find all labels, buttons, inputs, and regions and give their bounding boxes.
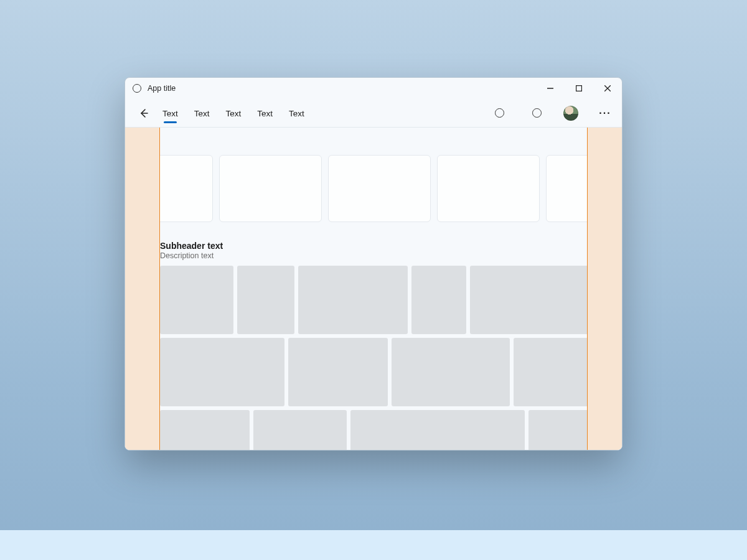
grid-row bbox=[160, 266, 587, 334]
carousel-card[interactable] bbox=[219, 155, 322, 222]
app-icon bbox=[133, 84, 141, 93]
tab-2[interactable]: Text bbox=[194, 101, 210, 124]
design-guide-right bbox=[587, 128, 622, 450]
carousel-card[interactable] bbox=[160, 155, 213, 222]
command-bar: Text Text Text Text Text ··· bbox=[125, 99, 622, 128]
avatar[interactable] bbox=[563, 106, 578, 121]
section-subheader: Subheader text bbox=[160, 241, 587, 251]
app-window: App title Text Text Text Text Text ··· bbox=[125, 77, 622, 450]
taskbar bbox=[0, 530, 747, 560]
minimize-button[interactable] bbox=[536, 78, 565, 99]
close-icon bbox=[604, 85, 611, 91]
maximize-button[interactable] bbox=[565, 78, 593, 99]
grid-tile[interactable] bbox=[411, 266, 466, 334]
app-title: App title bbox=[148, 84, 176, 93]
svg-rect-1 bbox=[576, 86, 582, 91]
header-action-2[interactable] bbox=[526, 103, 547, 124]
grid-tile[interactable] bbox=[253, 410, 347, 450]
grid-tile[interactable] bbox=[470, 266, 587, 334]
maximize-icon bbox=[576, 85, 582, 91]
section-header: Subheader text Description text bbox=[160, 241, 587, 260]
grid-tile[interactable] bbox=[298, 266, 408, 334]
back-button[interactable] bbox=[134, 103, 154, 123]
header-action-1[interactable] bbox=[489, 103, 510, 124]
grid-tile[interactable] bbox=[237, 266, 294, 334]
circle-icon bbox=[532, 108, 542, 118]
section-description: Description text bbox=[160, 251, 587, 260]
close-button[interactable] bbox=[593, 78, 622, 99]
carousel-card[interactable] bbox=[437, 155, 540, 222]
tab-1[interactable]: Text bbox=[162, 101, 178, 124]
tab-3[interactable]: Text bbox=[226, 101, 242, 124]
minimize-icon bbox=[547, 85, 553, 91]
grid-tile[interactable] bbox=[514, 338, 587, 406]
grid-tile[interactable] bbox=[288, 338, 388, 406]
grid-tile[interactable] bbox=[160, 266, 233, 334]
circle-icon bbox=[495, 108, 504, 118]
grid-tile[interactable] bbox=[160, 338, 284, 406]
design-guide-left bbox=[125, 128, 160, 450]
client-area: Subheader text Description text bbox=[125, 128, 622, 450]
grid-row bbox=[160, 410, 587, 450]
grid-tile[interactable] bbox=[392, 338, 510, 406]
carousel-card[interactable] bbox=[328, 155, 431, 222]
grid-tile[interactable] bbox=[350, 410, 525, 450]
grid-row bbox=[160, 338, 587, 406]
tab-5[interactable]: Text bbox=[289, 101, 304, 124]
more-icon: ··· bbox=[599, 108, 611, 119]
grid-tile[interactable] bbox=[529, 410, 587, 450]
tab-4[interactable]: Text bbox=[257, 101, 273, 124]
titlebar[interactable]: App title bbox=[125, 78, 622, 99]
content-region: Subheader text Description text bbox=[160, 128, 587, 450]
more-button[interactable]: ··· bbox=[594, 103, 616, 124]
carousel-card[interactable] bbox=[546, 155, 587, 222]
back-arrow-icon bbox=[139, 108, 149, 118]
card-carousel[interactable] bbox=[160, 155, 587, 222]
tab-strip: Text Text Text Text Text bbox=[162, 101, 304, 124]
grid-tile[interactable] bbox=[160, 410, 250, 450]
